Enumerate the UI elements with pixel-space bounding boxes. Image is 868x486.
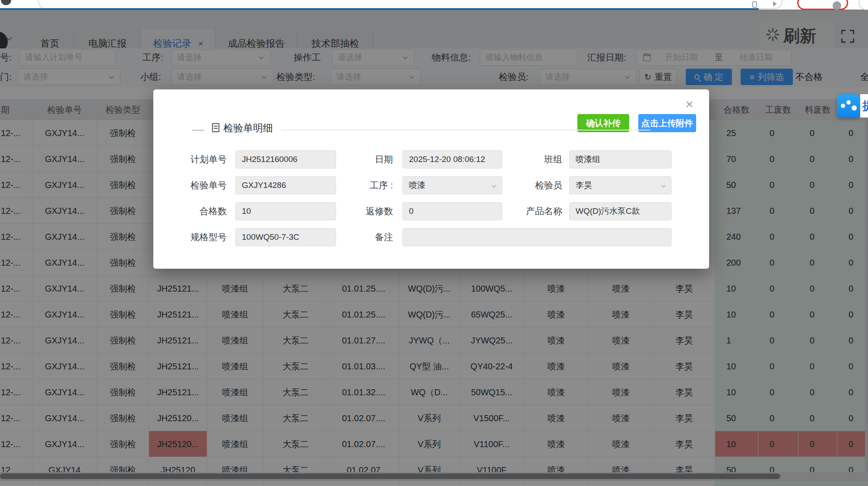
select-value: 李昊 bbox=[576, 181, 592, 190]
select-value: 喷漆 bbox=[409, 181, 425, 190]
browser-avatar-icon[interactable] bbox=[1, 0, 11, 5]
team-field[interactable] bbox=[569, 150, 672, 168]
title-dash bbox=[192, 130, 204, 131]
title-divider bbox=[281, 130, 650, 130]
url-bar[interactable] bbox=[38, 0, 782, 9]
document-icon bbox=[212, 123, 219, 132]
plan-no-field[interactable] bbox=[235, 150, 336, 168]
product-field[interactable] bbox=[569, 202, 672, 220]
repair-field-label: 返修数 bbox=[341, 202, 393, 220]
screen: 首页 电脑汇报 检验记录 × 成品检验报告 技术部抽检 刷新 号: 工序: 请选… bbox=[0, 0, 868, 486]
netdisk-cloud-icon[interactable] bbox=[837, 94, 860, 118]
badge-clipped-text[interactable]: 提 bbox=[860, 94, 868, 118]
team-field-label: 班组 bbox=[502, 150, 562, 168]
remark-field[interactable] bbox=[402, 228, 672, 246]
inspection-detail-modal: × 确认补传 点击上传附件 检验单明细 计划单号 日期 班组 检验单号 工序 :… bbox=[153, 89, 709, 269]
date-field-label: 日期 bbox=[341, 150, 393, 168]
spec-field-label: 规格型号 bbox=[166, 228, 227, 246]
product-field-label: 产品名称 bbox=[502, 202, 562, 220]
process-field-label: 工序 : bbox=[341, 176, 393, 194]
browser-pill-fragment[interactable] bbox=[858, 0, 868, 10]
close-icon[interactable]: × bbox=[685, 97, 694, 111]
chevron-down-icon bbox=[491, 183, 496, 187]
page-load-progress-bar bbox=[0, 8, 759, 10]
avatar bbox=[833, 1, 841, 10]
remark-field-label: 备注 bbox=[341, 228, 393, 246]
date-field[interactable] bbox=[402, 150, 502, 168]
qualified-field-label: 合格数 bbox=[166, 202, 227, 220]
modal-title: 检验单明细 bbox=[223, 121, 273, 135]
inspector-field-select[interactable]: 李昊 bbox=[569, 176, 672, 194]
repair-field[interactable] bbox=[402, 202, 502, 220]
order-no-field-label: 检验单号 bbox=[166, 176, 227, 194]
spec-field[interactable] bbox=[235, 228, 336, 246]
process-field-select[interactable]: 喷漆 bbox=[402, 176, 502, 194]
share-icon[interactable] bbox=[773, 1, 777, 6]
order-no-field[interactable] bbox=[235, 176, 336, 194]
qualified-field[interactable] bbox=[235, 202, 336, 220]
plan-no-field-label: 计划单号 bbox=[166, 150, 227, 168]
inspector-field-label: 检验员 bbox=[502, 176, 562, 194]
device-icon[interactable] bbox=[752, 1, 757, 8]
chevron-down-icon bbox=[661, 183, 665, 187]
